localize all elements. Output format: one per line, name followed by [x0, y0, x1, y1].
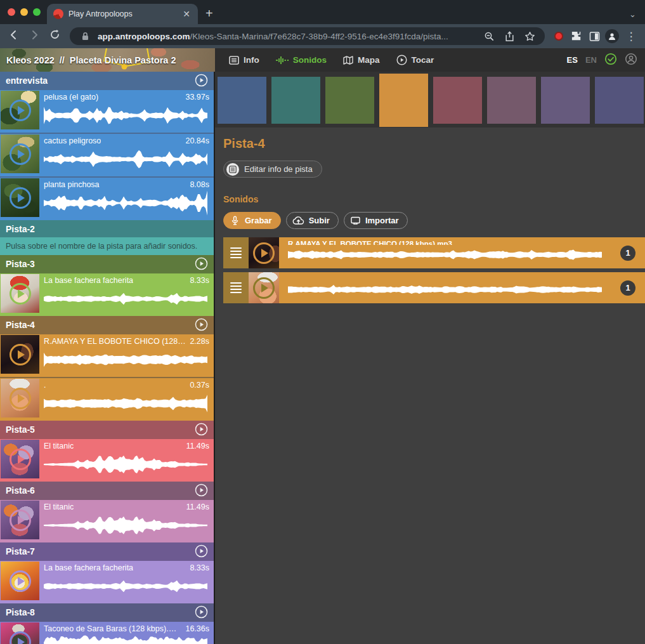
- sidebar-sound-item[interactable]: R.AMAYA Y EL BOBOTE CHICO (128 kbps)....…: [0, 334, 214, 377]
- importar-button[interactable]: Importar: [344, 212, 408, 229]
- track-color-tab-8[interactable]: [595, 77, 644, 124]
- track-color-tab-5[interactable]: [433, 77, 482, 124]
- back-button[interactable]: [5, 29, 23, 44]
- track-header-pista-2[interactable]: Pista-2: [0, 220, 214, 237]
- sound-thumbnail[interactable]: [1, 91, 39, 129]
- sidebar-sound-item[interactable]: pelusa (el gato)33.97s: [0, 90, 214, 133]
- play-track-icon[interactable]: [195, 544, 208, 558]
- share-icon[interactable]: [502, 31, 517, 42]
- edit-track-info-button[interactable]: Editar info de pista: [223, 161, 322, 178]
- sound-waveform: [44, 450, 209, 481]
- sound-actions: GrabarSubirImportar: [223, 212, 645, 229]
- play-sound-icon[interactable]: [253, 242, 275, 264]
- track-header-entrevista[interactable]: entrevista: [0, 72, 214, 89]
- sound-thumbnail[interactable]: [249, 237, 279, 268]
- profile-avatar-icon[interactable]: [604, 29, 620, 43]
- play-track-icon[interactable]: [195, 74, 208, 87]
- play-sound-icon[interactable]: [10, 143, 31, 165]
- nav-item-mapa[interactable]: Mapa: [343, 55, 380, 65]
- sound-thumbnail[interactable]: [249, 272, 279, 303]
- sound-thumbnail[interactable]: [1, 622, 39, 644]
- forward-button[interactable]: [25, 29, 43, 44]
- extensions-puzzle-icon[interactable]: [569, 30, 584, 42]
- sound-thumbnail[interactable]: [1, 135, 39, 173]
- play-sound-icon[interactable]: [10, 283, 31, 305]
- sidebar-sound-item[interactable]: Taconeo de Sara Baras (128 kbps).mp316.3…: [0, 622, 214, 644]
- track-header-pista-5[interactable]: Pista-5: [0, 421, 214, 438]
- track-color-tab-1[interactable]: [218, 77, 266, 124]
- record-extension-icon[interactable]: [551, 32, 566, 41]
- play-sound-icon[interactable]: [253, 277, 275, 299]
- track-color-tab-4[interactable]: [379, 74, 428, 127]
- play-sound-icon[interactable]: [10, 388, 31, 409]
- close-window-button[interactable]: [8, 8, 15, 16]
- play-track-icon[interactable]: [195, 257, 208, 270]
- app-nav: InfoSonidosMapaTocar: [215, 48, 567, 72]
- play-track-icon[interactable]: [195, 423, 208, 436]
- sidebar-sound-item[interactable]: cactus peligroso20.84s: [0, 134, 214, 176]
- account-icon[interactable]: [625, 53, 637, 68]
- zoom-window-button[interactable]: [33, 8, 41, 16]
- sound-row[interactable]: R.AMAYA Y EL BOBOTE CHICO (128 kbps).mp3…: [223, 237, 645, 268]
- tab-close-icon[interactable]: ✕: [181, 9, 192, 19]
- track-header-pista-8[interactable]: Pista-8: [0, 603, 214, 621]
- sidebar-sound-item[interactable]: La base fachera facherita8.33s: [0, 561, 214, 603]
- drag-handle-icon[interactable]: [223, 237, 249, 268]
- play-track-icon[interactable]: [195, 483, 208, 497]
- drag-handle-icon[interactable]: [223, 272, 249, 303]
- sidebar-sound-item[interactable]: planta pinchosa8.08s: [0, 178, 214, 220]
- sound-thumbnail[interactable]: [1, 501, 39, 539]
- lock-icon: [77, 32, 93, 41]
- browser-tab[interactable]: Play Antropoloops ✕: [47, 4, 198, 24]
- nav-item-tocar[interactable]: Tocar: [396, 55, 434, 65]
- track-header-pista-3[interactable]: Pista-3: [0, 255, 214, 272]
- url-bar[interactable]: app.antropoloops.com/Kleos-Santa-Marina/…: [70, 27, 545, 45]
- sound-row[interactable]: .1: [223, 272, 645, 303]
- play-sound-icon[interactable]: [10, 187, 31, 209]
- sidebar-sound-item[interactable]: La base fachera facherita8.33s: [0, 273, 214, 316]
- reload-button[interactable]: [46, 29, 63, 43]
- grabar-button[interactable]: Grabar: [223, 212, 281, 229]
- sound-title: El titanic: [44, 442, 74, 450]
- minimize-window-button[interactable]: [20, 8, 28, 16]
- bookmark-star-icon[interactable]: [522, 31, 537, 42]
- map-thumbnail[interactable]: Kleos 2022 // Placeta Divina Pastora 2: [0, 48, 215, 72]
- play-sound-icon[interactable]: [10, 344, 31, 365]
- browser-menu-icon[interactable]: ⋮: [622, 30, 640, 43]
- sound-thumbnail[interactable]: [1, 178, 39, 217]
- play-sound-icon[interactable]: [10, 100, 31, 121]
- play-track-icon[interactable]: [195, 318, 208, 331]
- url-text: app.antropoloops.com/Kleos-Santa-Marina/…: [98, 32, 448, 41]
- zoom-out-icon[interactable]: [481, 31, 497, 42]
- sound-thumbnail[interactable]: [1, 379, 39, 417]
- empty-track-hint: Pulsa sobre el nombre de la pista para a…: [0, 237, 214, 255]
- play-sound-icon[interactable]: [10, 509, 31, 531]
- track-header-pista-6[interactable]: Pista-6: [0, 482, 214, 499]
- play-sound-icon[interactable]: [10, 631, 31, 644]
- sound-thumbnail[interactable]: [1, 335, 39, 374]
- sidebar-sound-item[interactable]: El titanic11.49s: [0, 500, 214, 542]
- track-color-tab-7[interactable]: [541, 77, 590, 124]
- tab-search-chevron-icon[interactable]: ⌄: [629, 10, 636, 19]
- sound-thumbnail[interactable]: [1, 562, 39, 600]
- track-header-pista-7[interactable]: Pista-7: [0, 542, 214, 560]
- new-tab-button[interactable]: +: [205, 6, 213, 21]
- nav-item-sonidos[interactable]: Sonidos: [276, 55, 327, 65]
- lang-es-button[interactable]: ES: [567, 55, 578, 65]
- track-color-tab-2[interactable]: [271, 77, 320, 124]
- lang-en-button[interactable]: EN: [585, 55, 597, 65]
- sidebar-sound-item[interactable]: El titanic11.49s: [0, 439, 214, 482]
- sidebar-sound-item[interactable]: .0.37s: [0, 378, 214, 421]
- play-sound-icon[interactable]: [10, 570, 31, 592]
- track-color-tab-3[interactable]: [325, 77, 374, 124]
- sound-thumbnail[interactable]: [1, 440, 39, 478]
- side-panel-icon[interactable]: [587, 31, 602, 42]
- sound-thumbnail[interactable]: [1, 274, 39, 313]
- track-color-tab-6[interactable]: [487, 77, 536, 124]
- subir-button[interactable]: Subir: [286, 212, 339, 229]
- track-header-pista-4[interactable]: Pista-4: [0, 316, 214, 333]
- nav-item-info[interactable]: Info: [229, 55, 259, 65]
- play-sound-icon[interactable]: [10, 449, 31, 470]
- play-track-icon[interactable]: [195, 605, 208, 619]
- sound-waveform: [44, 346, 209, 376]
